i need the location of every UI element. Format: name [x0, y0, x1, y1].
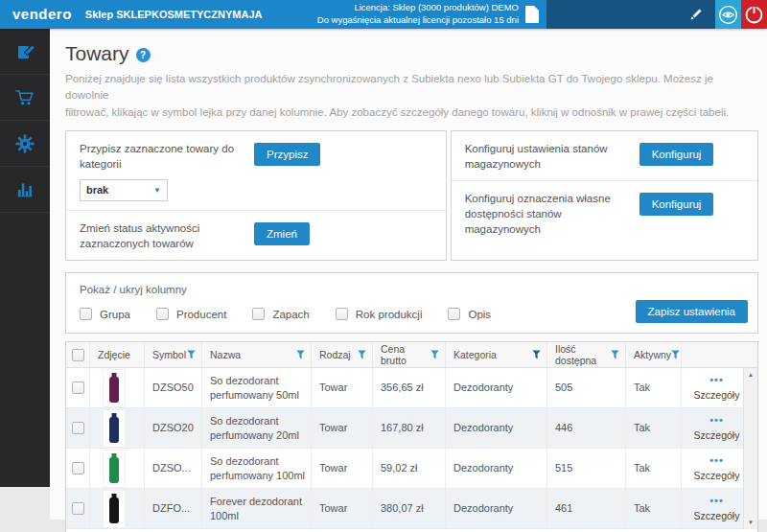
availability-button[interactable]: Konfiguruj [639, 193, 714, 216]
sidebar-item-settings[interactable] [0, 121, 50, 167]
license-line1: Licencja: Sklep (3000 produktów) DEMO [317, 2, 519, 14]
checkbox-grupa[interactable] [80, 308, 92, 320]
sidebar-nav [0, 29, 50, 487]
cell-active: Tak [626, 489, 682, 528]
more-options-icon[interactable]: ••• [709, 496, 724, 506]
filter-icon[interactable] [430, 350, 439, 359]
checkbox-item-grupa[interactable]: Grupa [80, 308, 130, 320]
cell-symbol: DZSO20 [145, 408, 202, 448]
checkbox-item-rok-produkcji[interactable]: Rok produkcji [336, 308, 423, 320]
page-title: Towary [65, 42, 129, 65]
details-link[interactable]: Szczegóły [694, 509, 740, 522]
cell-symbol: DZSO... [145, 449, 202, 488]
cell-price: 59,02 zł [373, 449, 446, 488]
col-header-cena-brutto: Cena brutto [373, 342, 446, 367]
cell-symbol: DZSO50 [145, 368, 202, 407]
cell-name: Forever dezodorant 100ml [202, 489, 312, 528]
col-header-aktywny: Aktywny [626, 342, 682, 367]
scroll-up-icon[interactable] [744, 368, 757, 382]
preview-shop-button[interactable] [715, 0, 741, 29]
cell-type: Towar [312, 489, 373, 528]
row-checkbox[interactable] [72, 382, 84, 394]
row-checkbox[interactable] [72, 422, 84, 434]
product-thumbnail [104, 370, 125, 406]
category-select[interactable]: brak [80, 179, 168, 201]
details-link[interactable]: Szczegóły [694, 428, 740, 442]
product-thumbnail [104, 491, 125, 527]
scroll-down-icon[interactable] [744, 516, 757, 529]
cell-quantity: 515 [547, 449, 626, 488]
shop-name: Sklep SKLEPKOSMETYCZNYMAJA [85, 0, 263, 29]
cell-price: 356,65 zł [373, 368, 446, 407]
cell-type: Towar [312, 408, 373, 448]
table-scrollbar[interactable] [743, 368, 757, 529]
change-status-button[interactable]: Zmień [254, 222, 310, 245]
top-bar: vendero Sklep SKLEPKOSMETYCZNYMAJA Licen… [0, 0, 767, 29]
change-status-label: Zmień status aktywności zaznaczonych tow… [80, 220, 243, 251]
logout-button[interactable] [741, 0, 767, 29]
details-link[interactable]: Szczegóły [694, 388, 740, 402]
sidebar-item-products[interactable] [0, 29, 50, 75]
details-link[interactable]: Szczegóły [694, 469, 740, 482]
checkbox-producent[interactable] [156, 308, 169, 320]
sidebar-item-orders[interactable] [0, 75, 50, 121]
cell-active: Tak [626, 368, 682, 407]
filter-icon[interactable] [611, 350, 619, 359]
category-actions-panel: Przypisz zaznaczone towary do kategorii … [65, 130, 447, 261]
checkbox-rok-produkcji[interactable] [336, 308, 348, 320]
col-header-zdjecie: Zdjęcie [90, 342, 145, 367]
cell-category: Dezodoranty [446, 368, 547, 407]
cell-name: So dezodorant perfumowany 20ml [202, 408, 312, 448]
assign-button[interactable]: Przypisz [254, 143, 320, 166]
filter-icon[interactable] [358, 350, 366, 359]
row-checkbox[interactable] [72, 502, 84, 515]
save-settings-button[interactable]: Zapisz ustawienia [636, 300, 748, 323]
cell-type: Towar [312, 449, 373, 488]
col-header-kategoria: Kategoria [446, 342, 547, 367]
filter-icon[interactable] [187, 350, 196, 359]
table-row: DZFO... Forever dezodorant 100ml Towar 3… [66, 489, 757, 529]
checkbox-item-producent[interactable]: Producent [156, 308, 226, 320]
checkbox-opis[interactable] [448, 308, 460, 320]
filter-icon[interactable] [296, 350, 305, 359]
col-header-ilosc-dostepna: Ilość dostępna [547, 342, 626, 367]
stock-settings-button[interactable]: Konfiguruj [639, 143, 714, 166]
select-all-checkbox[interactable] [72, 349, 84, 361]
col-header-rodzaj: Rodzaj [312, 342, 373, 367]
table-header-row: Zdjęcie Symbol Nazwa Rodzaj Cena brutto … [66, 342, 757, 368]
cart-icon [14, 88, 35, 107]
columns-panel-title: Pokaż / ukryj kolumny [80, 284, 744, 295]
more-options-icon[interactable]: ••• [709, 415, 724, 426]
cell-quantity: 505 [547, 368, 626, 407]
pencil-icon[interactable] [687, 7, 704, 23]
eye-icon [717, 4, 739, 26]
table-row: DZSO50 So dezodorant perfumowany 50ml To… [66, 368, 757, 408]
more-options-icon[interactable]: ••• [709, 375, 724, 385]
stock-settings-label: Konfiguruj ustawienia stanów magazynowyc… [465, 141, 628, 172]
checkbox-item-zapach[interactable]: Zapach [252, 308, 309, 320]
page-description: Poniżej znajduje się lista wszystkich pr… [65, 71, 758, 121]
category-select-value: brak [86, 183, 153, 197]
table-row: DZSO20 So dezodorant perfumowany 20ml To… [66, 408, 757, 449]
chevron-down-icon [153, 185, 161, 196]
sidebar-item-statistics[interactable] [0, 167, 50, 213]
assign-category-label: Przypisz zaznaczone towary do kategorii [80, 141, 243, 172]
filter-icon-active[interactable] [532, 350, 541, 359]
row-checkbox[interactable] [72, 462, 84, 474]
license-line2: Do wygaśnięcia aktualnej licencji pozost… [317, 14, 519, 27]
checkbox-zapach[interactable] [252, 308, 265, 320]
cell-category: Dezodoranty [446, 449, 547, 488]
help-icon[interactable]: ? [136, 48, 151, 62]
checkbox-item-opis[interactable]: Opis [448, 308, 491, 320]
cell-name: So dezodorant perfumowany 50ml [202, 368, 312, 407]
product-thumbnail [104, 410, 125, 447]
cell-category: Dezodoranty [446, 408, 547, 448]
cell-quantity: 461 [547, 489, 626, 528]
filter-icon[interactable] [671, 350, 680, 359]
power-icon [743, 4, 765, 26]
col-header-symbol: Symbol [145, 342, 202, 367]
stock-config-panel: Konfiguruj ustawienia stanów magazynowyc… [451, 130, 758, 261]
more-options-icon[interactable]: ••• [709, 455, 724, 466]
main-content: Towary ? Poniżej znajduje się lista wszy… [50, 29, 767, 520]
cell-category: Dezodoranty [446, 489, 547, 528]
